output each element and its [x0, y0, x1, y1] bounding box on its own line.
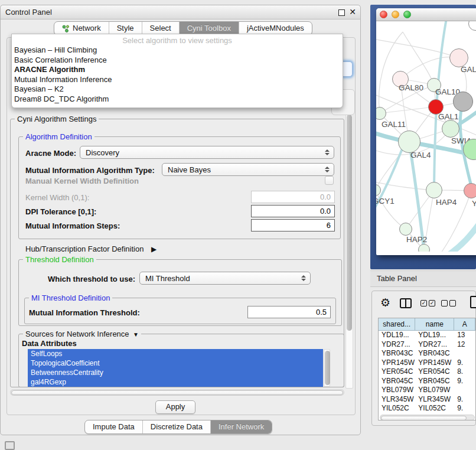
network-canvas[interactable]: GALGAL80GAL10GAL1GAL11SWI4GAL4GCY1HAP4YH…	[376, 21, 476, 252]
table-cell[interactable]: YER054C	[415, 367, 454, 377]
table-cell[interactable]: YER054C	[379, 367, 415, 377]
table-panel-window: ⚙ ✓✓ shared...nameA YDL19...YDL19...13YD…	[371, 291, 476, 426]
column-header-shared[interactable]: shared...	[379, 318, 415, 330]
bottom-tab-infer-network[interactable]: Infer Network	[210, 420, 272, 433]
settings-vertical-scrollbar[interactable]	[345, 113, 353, 389]
zoom-button-icon[interactable]	[403, 11, 411, 18]
scrollbar-thumb[interactable]	[11, 390, 343, 395]
tab-network[interactable]: Network	[54, 22, 109, 35]
table-row[interactable]: YPR145WYPR145W9.	[379, 358, 475, 368]
tab-cyni-toolbox[interactable]: Cyni Toolbox	[179, 22, 239, 35]
table-horizontal-scrollbar[interactable]	[380, 415, 475, 420]
popup-item-aracne-algorithm[interactable]: ARACNE Algorithm	[12, 65, 343, 75]
expand-arrow-icon[interactable]: ▶	[151, 245, 157, 253]
table-row[interactable]: YDL19...YDL19...13	[379, 331, 475, 340]
attribute-item-betweennesscentrality[interactable]: BetweennessCentrality	[28, 368, 323, 377]
attribute-item-gal4rgexp[interactable]: gal4RGexp	[28, 377, 323, 387]
network-node-swi4[interactable]	[442, 120, 459, 138]
table-cell[interactable]: YIL052C	[415, 404, 454, 413]
table-cell[interactable]: YBL079W	[379, 386, 415, 395]
table-cell[interactable]: 8.	[454, 367, 475, 377]
tab-select[interactable]: Select	[142, 22, 179, 35]
tab-label: Discretize Data	[151, 420, 203, 433]
float-icon[interactable]	[338, 9, 345, 16]
hub-section-toggle[interactable]: Hub/Transcription Factor Definition ▶	[25, 244, 157, 253]
table-row[interactable]: YBL079WYBL079W	[379, 386, 475, 395]
table-cell[interactable]: YPR145W	[379, 358, 415, 368]
table-cell[interactable]: YBR045C	[379, 377, 415, 386]
table-cell[interactable]: 12	[454, 340, 475, 350]
table-cell[interactable]: YBR045C	[415, 377, 454, 386]
table-cell[interactable]: YBR043C	[415, 349, 454, 358]
column-header-name[interactable]: name	[415, 318, 454, 330]
network-node-hap2[interactable]	[399, 223, 412, 236]
popup-item-bayesian-k2[interactable]: Bayesian – K2	[12, 84, 343, 94]
table-cell[interactable]: YBR043C	[379, 349, 415, 358]
table-cell[interactable]: YDL19...	[379, 331, 415, 340]
select-all-checkboxes-icon[interactable]: ✓✓	[420, 300, 435, 306]
attribute-item-topologicalcoefficient[interactable]: TopologicalCoefficient	[28, 358, 323, 368]
close-icon[interactable]: ✕	[349, 7, 356, 17]
aracne-mode-select[interactable]: Discovery	[80, 146, 334, 159]
bottom-tab-discretize-data[interactable]: Discretize Data	[142, 420, 210, 433]
collapse-arrow-icon[interactable]: ▼	[131, 331, 139, 338]
table-cell[interactable]: 9.	[454, 358, 475, 368]
collapsed-panel-icon[interactable]	[5, 441, 15, 450]
apply-button[interactable]: Apply	[155, 400, 195, 414]
network-node-gal4[interactable]	[398, 131, 420, 153]
network-node-hap4[interactable]	[426, 182, 442, 198]
mi-type-select[interactable]: Naive Bayes	[162, 163, 334, 176]
table-cell[interactable]: 9.	[454, 377, 475, 386]
table-row[interactable]: YIL052CYIL052C9.	[379, 404, 475, 413]
table-cell[interactable]: YDR27...	[379, 340, 415, 350]
table-cell[interactable]: 13	[454, 331, 475, 340]
table-cell[interactable]: YIL052C	[379, 404, 415, 413]
network-window-titlebar[interactable]	[376, 8, 476, 21]
list-vertical-scrollbar[interactable]	[324, 349, 330, 387]
network-node[interactable]	[418, 244, 430, 252]
mi-steps-input[interactable]	[251, 219, 335, 231]
table-cell[interactable]	[454, 386, 475, 395]
control-panel-titlebar[interactable]: Control Panel ✕	[1, 5, 360, 19]
network-node[interactable]	[453, 92, 473, 112]
table-row[interactable]: YDR27...YDR27...12	[379, 340, 475, 350]
column-header-a[interactable]: A	[454, 318, 475, 330]
attribute-item-selfloops[interactable]: SelfLoops	[28, 349, 323, 358]
page-icon[interactable]	[470, 296, 476, 308]
scrollbar-thumb[interactable]	[381, 416, 467, 420]
table-cell[interactable]: YLR345W	[415, 395, 454, 405]
popup-item-dream8-dc-tdc-algorithm[interactable]: Dream8 DC_TDC Algorithm	[12, 94, 343, 105]
columns-icon[interactable]	[400, 298, 412, 308]
table-cell[interactable]: YBL079W	[415, 386, 454, 395]
table-row[interactable]: YER054CYER054C8.	[379, 367, 475, 377]
popup-item-bayesian-hill-climbing[interactable]: Bayesian – Hill Climbing	[12, 45, 343, 56]
table-cell[interactable]: YDL19...	[415, 331, 454, 340]
scrollbar-thumb[interactable]	[325, 351, 330, 385]
table-cell[interactable]: 9.	[454, 404, 475, 413]
tab-style[interactable]: Style	[109, 22, 142, 35]
data-attributes-list[interactable]: SelfLoopsTopologicalCoefficientBetweenne…	[28, 349, 323, 387]
minimize-button-icon[interactable]	[392, 11, 399, 18]
table-row[interactable]: YBR045CYBR045C9.	[379, 377, 475, 386]
sources-group-title[interactable]: Sources for Network Inference ▼	[23, 330, 141, 339]
dpi-tolerance-input[interactable]	[251, 205, 335, 217]
settings-gear-icon[interactable]: ⚙	[380, 297, 390, 308]
bottom-tab-impute-data[interactable]: Impute Data	[85, 420, 142, 433]
which-threshold-select[interactable]: MI Threshold	[139, 272, 311, 285]
table-cell[interactable]: YDR27...	[415, 340, 454, 350]
tab-jactivemnodules[interactable]: jActiveMNodules	[239, 22, 312, 35]
close-button-icon[interactable]	[380, 11, 387, 18]
mi-threshold-input[interactable]	[247, 306, 331, 318]
settings-horizontal-scrollbar[interactable]	[10, 389, 344, 396]
table-cell[interactable]	[454, 349, 475, 358]
table-cell[interactable]: YLR345W	[379, 395, 415, 405]
table-row[interactable]: YBR043CYBR043C	[379, 349, 475, 358]
table-row[interactable]: YLR345WYLR345W9.	[379, 395, 475, 405]
popup-item-basic-correlation-inference[interactable]: Basic Correlation Inference	[12, 56, 343, 66]
deselect-all-checkboxes-icon[interactable]	[441, 300, 456, 306]
table-cell[interactable]: 9.	[454, 395, 475, 405]
scrollbar-thumb[interactable]	[347, 115, 352, 331]
popup-item-mutual-information-inference[interactable]: Mutual Information Inference	[12, 75, 343, 85]
table-cell[interactable]: YPR145W	[415, 358, 454, 368]
network-node-y[interactable]	[464, 183, 476, 198]
